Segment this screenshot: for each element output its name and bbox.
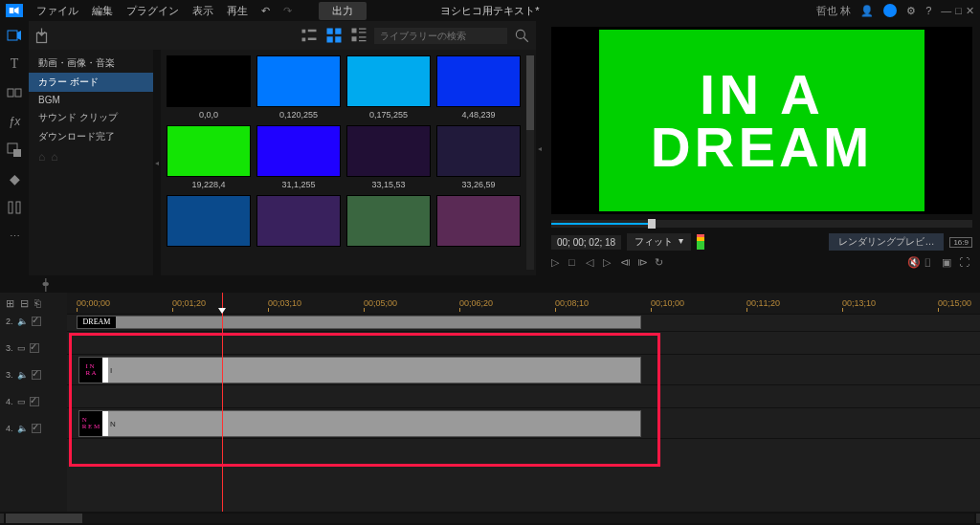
fullscreen-icon[interactable]: ⛶ <box>959 256 972 270</box>
track-toggle[interactable] <box>32 424 41 433</box>
track-header-3v[interactable]: 3.▭ <box>0 333 67 363</box>
maximize-icon[interactable]: □ <box>955 5 962 17</box>
timeline-clip[interactable]: DREAM <box>77 316 641 329</box>
svg-rect-2 <box>8 31 17 40</box>
output-button[interactable]: 出力 <box>319 2 367 20</box>
dock-icon[interactable]: ▣ <box>942 256 955 270</box>
tree-item-colorboard[interactable]: カラー ボード <box>29 73 153 92</box>
zoom-fit-dropdown[interactable]: フィット▾ <box>627 233 691 251</box>
scroll-zoom-out[interactable] <box>0 514 4 523</box>
preview-seek-slider[interactable] <box>551 220 972 228</box>
tl-tool-icon[interactable]: ⊟ <box>20 297 29 310</box>
track-3v[interactable]: I NR AI <box>67 354 980 384</box>
panel-splitter[interactable]: ◂ <box>536 21 544 275</box>
color-swatch[interactable]: 19,228,4 <box>167 125 251 189</box>
color-swatch[interactable]: 33,26,59 <box>436 125 521 189</box>
tree-item-soundclip[interactable]: サウンド クリップ <box>29 108 153 127</box>
pip-room-icon[interactable] <box>6 142 23 159</box>
fx-room-icon[interactable]: ƒx <box>6 113 23 130</box>
playhead[interactable] <box>222 293 223 512</box>
loop-button[interactable]: ↻ <box>655 256 668 270</box>
view-detail-icon[interactable] <box>349 26 368 45</box>
track-toggle[interactable] <box>32 317 41 326</box>
import-icon[interactable] <box>34 26 54 45</box>
color-swatch[interactable]: 0,175,255 <box>346 55 431 120</box>
scroll-thumb[interactable] <box>6 514 82 523</box>
track-4v[interactable]: NR E MN <box>67 407 980 438</box>
color-swatch[interactable]: 0,0,0 <box>167 55 251 120</box>
track-area[interactable]: 00;00;0000;01;2000;03;1000;05;0000;06;20… <box>67 293 980 512</box>
track-toggle[interactable] <box>30 343 39 353</box>
avatar[interactable] <box>883 4 897 17</box>
menu-plugin[interactable]: プラグイン <box>126 4 179 18</box>
track-header-4v[interactable]: 4.▭ <box>0 386 67 417</box>
play-button[interactable]: ▷ <box>551 256 565 270</box>
render-preview-button[interactable]: レンダリングプレビ… <box>829 233 944 251</box>
stop-button[interactable]: □ <box>568 256 582 270</box>
track-3a[interactable] <box>67 384 980 407</box>
tl-tool-icon[interactable]: ⎗ <box>34 297 41 309</box>
track-toggle[interactable] <box>30 397 39 406</box>
library-scrollbar[interactable] <box>526 55 534 270</box>
color-swatch[interactable] <box>436 195 521 250</box>
color-swatch[interactable] <box>346 195 431 250</box>
timeline-splitter[interactable]: •|• <box>0 275 980 293</box>
view-grid-icon[interactable] <box>324 26 344 45</box>
redo-icon[interactable]: ↷ <box>283 5 292 17</box>
search-icon[interactable] <box>513 27 530 44</box>
svg-rect-15 <box>327 29 333 34</box>
tree-item-bgm[interactable]: BGM <box>29 92 153 108</box>
tag-icon[interactable]: ⌂ <box>38 150 45 164</box>
track-2a[interactable] <box>67 331 980 354</box>
close-icon[interactable]: ✕ <box>966 5 974 17</box>
title-room-icon[interactable]: T <box>6 55 23 73</box>
mute-icon[interactable]: 🔇 <box>907 256 921 270</box>
menu-edit[interactable]: 編集 <box>92 4 113 18</box>
user-icon[interactable]: 👤 <box>860 5 874 17</box>
tree-item-downloaded[interactable]: ダウンロード完了 <box>29 127 153 146</box>
media-room-icon[interactable] <box>6 27 23 44</box>
audio-room-icon[interactable] <box>6 199 23 216</box>
prev-clip-button[interactable]: ⧏ <box>620 256 634 270</box>
tl-tool-icon[interactable]: ⊞ <box>6 297 14 310</box>
color-swatch[interactable]: 0,120,255 <box>256 55 341 120</box>
color-swatch[interactable]: 33,15,53 <box>346 125 431 189</box>
prev-frame-button[interactable]: ◁ <box>586 256 599 270</box>
track-header-4a[interactable]: 4.🔈 <box>0 417 67 440</box>
timeline-scrollbar[interactable] <box>6 514 974 523</box>
time-ruler[interactable]: 00;00;0000;01;2000;03;1000;05;0000;06;20… <box>67 293 980 314</box>
timeline-clip[interactable]: I NR AI <box>78 357 641 383</box>
aspect-icon[interactable]: 16:9 <box>949 237 972 248</box>
timecode-display[interactable]: 00; 00; 02; 18 <box>551 235 621 250</box>
help-icon[interactable]: ? <box>925 5 931 16</box>
transition-room-icon[interactable] <box>6 84 23 101</box>
preview-canvas[interactable]: IN A DREAM <box>551 27 972 214</box>
track-toggle[interactable] <box>32 370 41 380</box>
view-list-icon[interactable] <box>300 26 319 45</box>
minimize-icon[interactable]: — <box>941 5 951 17</box>
track-header-3a[interactable]: 3.🔈 <box>0 363 67 386</box>
timeline-clip[interactable]: NR E MN <box>78 410 641 437</box>
color-swatch[interactable] <box>256 195 341 250</box>
track-4a[interactable] <box>67 438 980 461</box>
next-clip-button[interactable]: ⧐ <box>637 256 651 270</box>
menu-file[interactable]: ファイル <box>36 4 78 18</box>
particle-room-icon[interactable]: ◆ <box>6 170 23 187</box>
color-swatch[interactable] <box>167 195 251 250</box>
more-icon[interactable]: ⋯ <box>6 228 23 245</box>
tag-icon[interactable]: ⌂ <box>51 150 57 164</box>
tree-root[interactable]: 動画・画像・音楽 <box>29 54 153 73</box>
menu-play[interactable]: 再生 <box>227 4 248 18</box>
split-handle-icon[interactable]: •|• <box>42 276 46 292</box>
next-frame-button[interactable]: ▷ <box>603 256 616 270</box>
track-1[interactable]: DREAM <box>67 314 980 331</box>
color-swatch[interactable]: 4,48,239 <box>436 55 521 120</box>
scroll-zoom-in[interactable] <box>976 514 980 523</box>
menu-view[interactable]: 表示 <box>192 4 213 18</box>
gear-icon[interactable]: ⚙ <box>906 5 916 17</box>
snapshot-icon[interactable]: ⌷ <box>924 256 938 270</box>
undo-icon[interactable]: ↶ <box>261 5 270 17</box>
color-swatch[interactable]: 31,1,255 <box>256 125 341 189</box>
library-search-input[interactable] <box>374 28 507 44</box>
library-splitter[interactable]: ◂ <box>153 50 161 275</box>
